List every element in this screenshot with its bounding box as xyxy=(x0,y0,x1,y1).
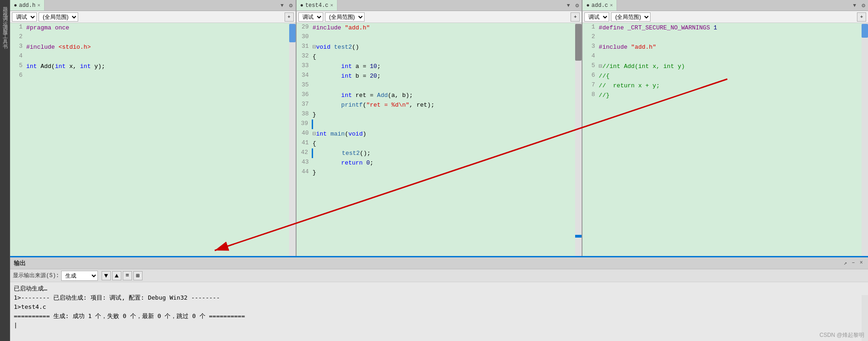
sidebar-item-4[interactable]: 运 xyxy=(1,16,8,17)
debug-select-1[interactable]: 调试 xyxy=(12,12,37,22)
table-row: 3 #include "add.h" xyxy=(582,42,862,52)
table-row: 2 xyxy=(10,33,289,42)
output-toolbar-btn4[interactable]: ⊞ xyxy=(133,271,143,280)
main-area: ● add.h × ▼ ⚙ 调试 (全局范围) + xyxy=(10,0,868,341)
table-row: 33 int a = 10; xyxy=(297,62,576,71)
v-scrollbar-1[interactable] xyxy=(289,23,296,256)
code-area-1[interactable]: 1 #pragma once 2 3 #include <stdio.h> xyxy=(10,23,296,256)
table-row: 29 #include "add.h" xyxy=(297,23,576,33)
output-source-label: 显示输出来源(S): xyxy=(13,272,59,279)
tab-bar-1-dropdown[interactable]: ▼ xyxy=(278,3,286,8)
table-row: 37 printf("ret = %d\n", ret); xyxy=(297,100,576,110)
sidebar-item-6[interactable]: 服 xyxy=(1,25,8,27)
table-row: 2 xyxy=(582,33,862,42)
code-scroll-1[interactable]: 1 #pragma once 2 3 #include <stdio.h> xyxy=(10,23,289,256)
tab-add-c-close[interactable]: × xyxy=(610,3,613,8)
code-scroll-2[interactable]: 29 #include "add.h" 30 31 ⊟void test2() xyxy=(297,23,576,256)
v-scrollbar-3[interactable] xyxy=(862,23,868,256)
table-row: 32 { xyxy=(297,52,576,62)
table-row: 7 // return x + y; xyxy=(582,81,862,91)
table-row: 4 xyxy=(582,52,862,62)
scope-select-1[interactable]: (全局范围) xyxy=(39,12,78,22)
pane-add-c: ● add.c × ▼ ⚙ 调试 (全局范围) + xyxy=(582,0,868,256)
output-line-4: ========== 生成: 成功 1 个，失败 0 个，最新 0 个，跳过 0… xyxy=(14,312,864,321)
table-row: 1 #define _CRT_SECURE_NO_WARNINGS 1 xyxy=(582,23,862,33)
table-row: 38 } xyxy=(297,110,576,119)
table-row: 42 test2(); xyxy=(297,148,576,158)
tab-add-h-close[interactable]: × xyxy=(37,3,40,8)
sidebar-item-7[interactable]: 工 xyxy=(1,29,8,31)
toolbar-btn-1a[interactable]: + xyxy=(285,12,294,22)
table-row: 40 ⊟int main(void) xyxy=(297,129,576,139)
v-scrollbar-thumb-2[interactable] xyxy=(575,24,582,61)
output-panel-controls: ↗ – × xyxy=(842,260,864,267)
sidebar-item-1[interactable]: 题 xyxy=(1,2,8,4)
output-line-2: 1>-------- 已启动生成: 项目: 调试, 配置: Debug Win3… xyxy=(14,293,864,302)
output-source-select[interactable]: 生成 xyxy=(61,271,98,281)
sidebar-item-5[interactable]: 调 xyxy=(1,20,8,22)
sidebar-item-2[interactable]: 视 xyxy=(1,6,8,8)
table-row: 6 xyxy=(10,71,289,81)
output-panel-close[interactable]: × xyxy=(858,260,864,267)
tab-add-c[interactable]: ● add.c × xyxy=(582,0,617,11)
table-row: 3 #include <stdio.h> xyxy=(10,42,289,52)
code-area-3[interactable]: 1 #define _CRT_SECURE_NO_WARNINGS 1 2 3 … xyxy=(582,23,868,256)
output-panel-pin[interactable]: ↗ xyxy=(842,260,848,267)
output-toolbar-btn1[interactable]: ▼ xyxy=(102,271,111,280)
output-toolbar-btn2[interactable]: ▲ xyxy=(112,271,121,280)
code-table-3: 1 #define _CRT_SECURE_NO_WARNINGS 1 2 3 … xyxy=(582,23,862,100)
tab-add-c-label: add.c xyxy=(592,2,608,9)
code-area-2[interactable]: 29 #include "add.h" 30 31 ⊟void test2() xyxy=(297,23,582,256)
toolbar-btn-2a[interactable]: + xyxy=(571,12,580,22)
tab-test4-close[interactable]: × xyxy=(330,3,333,8)
sidebar-item-3[interactable]: 调 xyxy=(1,11,8,13)
debug-select-3[interactable]: 调试 xyxy=(584,12,609,22)
toolbar-btn-3a[interactable]: + xyxy=(857,12,866,22)
toolbar-1: 调试 (全局范围) + xyxy=(10,11,296,23)
output-panel-minus[interactable]: – xyxy=(851,260,857,267)
output-panel-toolbar: 显示输出来源(S): 生成 ▼ ▲ ≡ ⊞ xyxy=(10,269,868,282)
code-table-2: 29 #include "add.h" 30 31 ⊟void test2() xyxy=(297,23,576,177)
output-toolbar-btn3[interactable]: ≡ xyxy=(123,271,132,280)
table-row: 5 ⊟//int Add(int x, int y) xyxy=(582,62,862,71)
table-row: 5 int Add(int x, int y); xyxy=(10,62,289,71)
v-scrollbar-thumb-1[interactable] xyxy=(289,24,296,42)
table-row: 1 #pragma once xyxy=(10,23,289,33)
table-row: 39 xyxy=(297,119,576,129)
table-row: 43 return 0; xyxy=(297,158,576,168)
code-scroll-3[interactable]: 1 #define _CRT_SECURE_NO_WARNINGS 1 2 3 … xyxy=(582,23,862,256)
v-scrollbar-2[interactable] xyxy=(575,23,582,256)
tab-bar-3: ● add.c × ▼ ⚙ xyxy=(582,0,868,11)
tab-add-h[interactable]: ● add.h × xyxy=(10,0,45,11)
editors-container: ● add.h × ▼ ⚙ 调试 (全局范围) + xyxy=(10,0,868,256)
tab-bar-3-settings[interactable]: ⚙ xyxy=(859,2,868,9)
sidebar: 题 视 调 运 调 服 工 具 书 xyxy=(0,0,10,341)
tab-bar-2: ● test4.c × ▼ ⚙ xyxy=(297,0,582,11)
output-line-1: 已启动生成… xyxy=(14,284,864,293)
tab-test4-dirty: ● xyxy=(300,2,303,9)
watermark: CSDN @烽起黎明 xyxy=(819,331,864,339)
table-row: 35 xyxy=(297,81,576,91)
tab-bar-1-settings[interactable]: ⚙ xyxy=(286,2,296,9)
v-scrollbar-thumb-3[interactable] xyxy=(862,24,868,38)
output-panel-header: 输出 ↗ – × xyxy=(10,257,868,269)
tab-add-c-dirty: ● xyxy=(586,2,589,9)
sidebar-item-8[interactable]: 具 xyxy=(1,34,8,36)
scope-select-2[interactable]: (全局范围) xyxy=(325,12,365,22)
tab-add-h-label: add.h xyxy=(19,2,35,9)
table-row: 8 //} xyxy=(582,91,862,100)
table-row: 36 int ret = Add(a, b); xyxy=(297,91,576,100)
scope-select-3[interactable]: (全局范围) xyxy=(611,12,651,22)
output-panel-title: 输出 xyxy=(14,259,26,267)
tab-bar-2-dropdown[interactable]: ▼ xyxy=(564,3,573,8)
tab-bar-3-dropdown[interactable]: ▼ xyxy=(851,3,859,8)
tab-bar-2-settings[interactable]: ⚙ xyxy=(573,2,582,9)
table-row: 30 xyxy=(297,33,576,42)
tab-test4-c[interactable]: ● test4.c × xyxy=(297,0,337,11)
table-row: 34 int b = 20; xyxy=(297,71,576,81)
code-table-1: 1 #pragma once 2 3 #include <stdio.h> xyxy=(10,23,289,81)
table-row: 6 //{ xyxy=(582,71,862,81)
sidebar-item-9[interactable]: 书 xyxy=(1,39,8,40)
debug-select-2[interactable]: 调试 xyxy=(298,12,323,22)
output-panel: 输出 ↗ – × 显示输出来源(S): 生成 ▼ ▲ ≡ ⊞ 已启动生成… 1>… xyxy=(10,256,868,341)
